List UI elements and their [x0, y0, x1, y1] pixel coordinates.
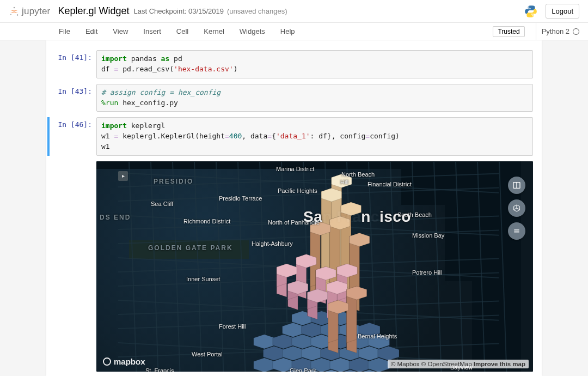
code-cell[interactable]: In [41]:import pandas as pd df = pd.read… — [50, 50, 533, 78]
map-label: North Beach — [341, 171, 375, 178]
3d-icon[interactable] — [508, 199, 525, 217]
jupyter-icon — [9, 6, 20, 17]
map-label: GOLDEN GATE PARK — [148, 244, 233, 252]
map-label: Hill — [340, 179, 348, 185]
map-label: Haight-Ashbury — [252, 240, 293, 247]
map-label: Bernal Heights — [358, 333, 397, 339]
map-label: Potrero Hill — [412, 269, 442, 276]
legend-icon[interactable] — [508, 222, 525, 240]
code-cell[interactable]: In [46]:import keplergl w1 = keplergl.Ke… — [47, 117, 533, 156]
map-label: Richmond District — [183, 218, 230, 225]
map-label: DS END — [100, 214, 131, 221]
kernel-idle-icon — [573, 28, 579, 35]
map-label: St. Francis — [145, 367, 174, 372]
menu-help[interactable]: Help — [273, 24, 303, 39]
svg-point-0 — [14, 7, 15, 8]
map-label: Pacific Heights — [278, 187, 317, 194]
map-label: Glen Park — [290, 367, 316, 372]
unsaved-text: (unsaved changes) — [227, 7, 287, 15]
checkpoint-text: Last Checkpoint: 03/15/2019 — [134, 7, 224, 15]
menu-view[interactable]: View — [105, 24, 136, 39]
cell-prompt: In [41]: — [50, 50, 96, 78]
mapbox-logo[interactable]: mapbox — [103, 357, 145, 366]
kernel-name: Python 2 — [542, 27, 569, 35]
map-label: Presidio Terrace — [219, 195, 262, 202]
cell-prompt: In [43]: — [50, 84, 96, 112]
menu-kernel[interactable]: Kernel — [196, 24, 232, 39]
menu-insert[interactable]: Insert — [136, 24, 169, 39]
python-icon — [524, 4, 538, 19]
menubar: FileEditViewInsertCellKernelWidgetsHelp … — [0, 23, 588, 40]
cell-output: Marina DistrictNorth BeachHillFinancial … — [96, 161, 533, 372]
trusted-button[interactable]: Trusted — [493, 26, 524, 37]
map-label: Financial District — [367, 181, 412, 187]
cell-input[interactable]: import keplergl w1 = keplergl.KeplerGl(h… — [96, 117, 533, 156]
map-city-label: San Francisco — [303, 208, 411, 226]
map-label: Sea Cliff — [151, 201, 173, 207]
split-map-icon[interactable] — [508, 177, 525, 194]
cell-input[interactable]: import pandas as pd df = pd.read_csv('he… — [96, 50, 533, 78]
svg-point-3 — [528, 6, 529, 7]
menu-widgets[interactable]: Widgets — [232, 24, 273, 39]
jupyter-wordmark: jupyter — [22, 6, 50, 17]
map-label: Marina District — [276, 166, 314, 172]
code-cell[interactable]: In [43]:# assign config = hex_config %ru… — [50, 84, 533, 112]
notebook-body: In [41]:import pandas as pd df = pd.read… — [0, 40, 588, 376]
svg-point-4 — [532, 15, 534, 16]
svg-point-1 — [17, 14, 19, 16]
map-label: PRESIDIO — [154, 178, 193, 185]
map-label: West Portal — [192, 351, 223, 357]
kernel-indicator[interactable]: Python 2 — [536, 23, 579, 40]
menu-edit[interactable]: Edit — [78, 24, 105, 39]
map-attribution[interactable]: © Mapbox © OpenStreetMap Improve this ma… — [388, 360, 529, 368]
panel-expand-icon[interactable]: ▸ — [118, 171, 128, 181]
notebook-title[interactable]: Kepler.gl Widget — [58, 5, 129, 17]
kepler-map-widget[interactable]: Marina DistrictNorth BeachHillFinancial … — [96, 161, 533, 372]
map-label: Mission Bay — [412, 232, 444, 239]
map-label: Inner Sunset — [186, 276, 220, 282]
cell-prompt: In [46]: — [50, 117, 96, 156]
menu-file[interactable]: File — [51, 24, 78, 39]
logout-button[interactable]: Logout — [546, 4, 579, 19]
notebook-header: jupyter Kepler.gl Widget Last Checkpoint… — [0, 0, 588, 23]
map-label: Forest Hill — [219, 323, 246, 330]
cell-input[interactable]: # assign config = hex_config %run hex_co… — [96, 84, 533, 112]
svg-point-2 — [10, 14, 11, 15]
menu-cell[interactable]: Cell — [169, 24, 196, 39]
jupyter-logo[interactable]: jupyter — [9, 6, 50, 17]
